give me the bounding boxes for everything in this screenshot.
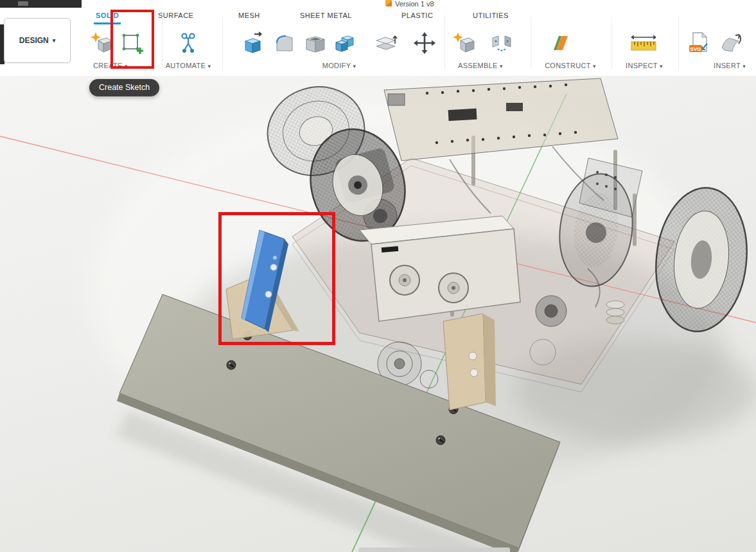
group-label-construct[interactable]: CONSTRUCT ▾ <box>535 62 606 69</box>
fusion-document-icon <box>385 0 392 6</box>
group-label-modify[interactable]: MODIFY ▾ <box>304 62 374 69</box>
fillet-button[interactable] <box>272 31 297 55</box>
insert-svg-button[interactable]: SVG <box>687 31 712 55</box>
chevron-down-icon: ▾ <box>353 63 356 69</box>
ribbon-divider <box>531 17 531 69</box>
design-menu-button[interactable]: DESIGN ▾ <box>4 18 71 63</box>
construct-plane-icon <box>549 31 573 55</box>
measure-button[interactable] <box>628 31 659 55</box>
combine-icon <box>333 31 357 55</box>
viewport[interactable] <box>0 76 756 552</box>
group-label-assemble[interactable]: ASSEMBLE ▾ <box>445 62 516 69</box>
group-label-create[interactable]: CREATE ▾ <box>75 62 146 69</box>
joint-icon <box>489 31 514 55</box>
tooltip-create-sketch: Create Sketch <box>89 79 159 96</box>
combine-button[interactable] <box>333 31 357 55</box>
chevron-down-icon: ▾ <box>53 37 56 44</box>
tab-mesh[interactable]: MESH <box>236 12 262 22</box>
insert-derive-button[interactable] <box>718 31 743 55</box>
chevron-down-icon: ▾ <box>500 63 503 69</box>
offset-face-icon <box>374 31 398 55</box>
navbar-remnant <box>358 548 510 552</box>
move-icon <box>412 31 437 55</box>
standoff-discs <box>606 301 624 324</box>
version-text: Version 1 v8 <box>395 0 434 8</box>
viewport-3d-scene[interactable] <box>0 76 756 552</box>
chevron-down-icon: ▾ <box>125 63 128 69</box>
fillet-icon <box>272 31 297 55</box>
group-label-insert[interactable]: INSERT ▾ <box>694 62 756 69</box>
shell-button[interactable] <box>303 31 328 55</box>
create-sketch-button[interactable] <box>120 31 145 55</box>
document-version-label: Version 1 v8 <box>385 0 434 8</box>
browser-tab-remnant[interactable] <box>0 0 82 8</box>
new-component-icon <box>90 31 114 55</box>
automate-icon <box>176 31 200 55</box>
insert-mesh-icon <box>718 31 743 55</box>
tab-sheet-metal[interactable]: SHEET METAL <box>298 12 354 22</box>
chevron-down-icon: ▾ <box>743 63 746 69</box>
new-component-button[interactable] <box>90 31 114 55</box>
window-top-strip: Version 1 v8 <box>0 0 756 8</box>
chevron-down-icon: ▾ <box>660 63 663 69</box>
insert-svg-icon: SVG <box>687 31 712 55</box>
measure-icon <box>628 31 659 55</box>
new-component-icon <box>452 31 477 55</box>
browser-tab-icon <box>18 1 28 6</box>
offset-face-button[interactable] <box>374 31 398 55</box>
svg-badge-label: SVG <box>690 46 701 52</box>
tab-utilities[interactable]: UTILITIES <box>471 12 511 22</box>
shell-icon <box>303 31 328 55</box>
group-label-inspect[interactable]: INSPECT ▾ <box>609 62 680 69</box>
tab-solid[interactable]: SOLID <box>94 12 121 24</box>
support-bracket-right[interactable] <box>443 314 496 410</box>
design-menu-label: DESIGN <box>19 36 49 45</box>
move-copy-button[interactable] <box>412 31 437 55</box>
joint-button[interactable] <box>489 31 514 55</box>
tab-plastic[interactable]: PLASTIC <box>400 12 435 22</box>
assemble-new-component-button[interactable] <box>452 31 477 55</box>
ribbon-toolbar: DESIGN ▾ SOLID SURFACE MESH SHEET METAL … <box>0 8 756 76</box>
create-sketch-icon <box>120 31 145 55</box>
group-label-automate[interactable]: AUTOMATE ▾ <box>153 62 224 69</box>
battery-holder[interactable] <box>360 216 520 321</box>
chevron-down-icon: ▾ <box>593 63 596 69</box>
chevron-down-icon: ▾ <box>208 63 211 69</box>
press-pull-button[interactable] <box>242 31 266 55</box>
press-pull-icon <box>242 31 266 55</box>
automate-button[interactable] <box>176 31 200 55</box>
construct-plane-button[interactable] <box>549 31 573 55</box>
